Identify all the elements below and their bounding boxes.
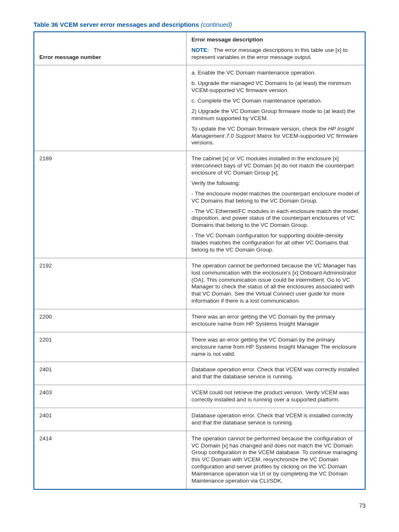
- description-paragraph: - The VC Domain configuration for suppor…: [192, 232, 360, 254]
- table-row: a. Enable the VC Domain maintenance oper…: [34, 65, 365, 151]
- error-description-cell: There was an error getting the VC Domain…: [186, 309, 365, 332]
- table-row: 2201There was an error getting the VC Do…: [34, 332, 365, 362]
- table-row: 2200There was an error getting the VC Do…: [34, 309, 365, 332]
- table-row: 2403VCEM could not retrieve the product …: [34, 385, 365, 408]
- description-paragraph: c. Complete the VC Domain maintenance op…: [192, 98, 360, 105]
- error-description-cell: a. Enable the VC Domain maintenance oper…: [186, 65, 365, 151]
- header-desc-main: Error message description: [192, 36, 360, 44]
- error-description-cell: There was an error getting the VC Domain…: [186, 332, 365, 362]
- table-title-label: Table 36 VCEM server error messages and …: [33, 21, 199, 28]
- error-number-cell: 2200: [34, 309, 186, 332]
- description-paragraph: a. Enable the VC Domain maintenance oper…: [192, 69, 360, 77]
- header-error-number: Error message number: [34, 32, 186, 65]
- error-number-cell: 2403: [34, 385, 186, 408]
- error-number-cell: 2401: [34, 362, 186, 385]
- table-row: 2401Database operation error. Check that…: [34, 408, 365, 431]
- description-paragraph: - The enclosure model matches the counte…: [192, 190, 360, 205]
- description-paragraph: There was an error getting the VC Domain…: [192, 337, 360, 358]
- description-paragraph: To update the VC Domain firmware version…: [192, 126, 360, 147]
- description-paragraph: Database operation error. Check that VCE…: [192, 412, 360, 427]
- description-paragraph: 2) Upgrade the VC Domain Group firmware …: [192, 108, 360, 122]
- error-description-cell: The operation cannot be performed becaus…: [186, 258, 365, 309]
- error-messages-table: Error message number Error message descr…: [33, 31, 366, 490]
- table-row: 2414The operation cannot be performed be…: [34, 431, 365, 489]
- header-error-description: Error message description NOTE: The erro…: [186, 32, 365, 65]
- description-paragraph: The operation cannot be performed becaus…: [192, 262, 360, 305]
- header-note-text: The error message descriptions in this t…: [192, 47, 348, 60]
- error-description-cell: Database operation error. Check that VCE…: [186, 408, 365, 431]
- table-title: Table 36 VCEM server error messages and …: [33, 21, 366, 29]
- error-description-cell: Database operation error. Check that VCE…: [186, 362, 365, 385]
- description-paragraph: Database operation error. Check that VCE…: [192, 366, 360, 380]
- error-number-cell: 2192: [34, 258, 186, 309]
- description-paragraph: b. Upgrade the managed VC Domains to (at…: [192, 80, 360, 94]
- error-number-cell: [34, 65, 186, 151]
- header-note-label: NOTE:: [192, 47, 209, 53]
- error-number-cell: 2414: [34, 431, 186, 489]
- table-row: 2189The cabinet [x] or VC modules instal…: [34, 151, 365, 258]
- description-paragraph: The operation cannot be performed becaus…: [192, 435, 360, 485]
- table-title-continued: (continued): [201, 21, 232, 28]
- table-row: 2401Database operation error. Check that…: [34, 362, 365, 385]
- description-paragraph: The cabinet [x] or VC modules installed …: [192, 155, 360, 177]
- description-paragraph: - The VC Ethernet/FC modules in each enc…: [192, 208, 360, 229]
- page-number: 73: [33, 502, 366, 510]
- description-paragraph: There was an error getting the VC Domain…: [192, 314, 360, 328]
- error-number-cell: 2201: [34, 332, 186, 362]
- table-row: 2192The operation cannot be performed be…: [34, 258, 365, 309]
- error-description-cell: The operation cannot be performed becaus…: [186, 431, 365, 489]
- error-number-cell: 2401: [34, 408, 186, 431]
- error-description-cell: VCEM could not retrieve the product vers…: [186, 385, 365, 408]
- description-paragraph: VCEM could not retrieve the product vers…: [192, 389, 360, 403]
- error-description-cell: The cabinet [x] or VC modules installed …: [186, 151, 365, 258]
- description-paragraph: Verify the following:: [192, 180, 360, 187]
- error-number-cell: 2189: [34, 151, 186, 258]
